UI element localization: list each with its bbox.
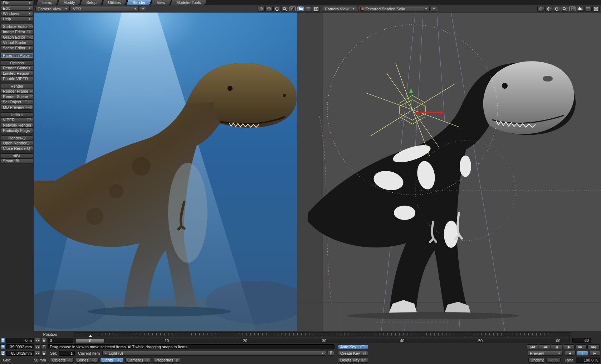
film-save-icon[interactable] — [313, 6, 320, 12]
image-editor-button[interactable]: Image EditorF6 — [1, 29, 33, 34]
z-value-field[interactable]: -65.0419mm — [6, 351, 34, 356]
pause-button[interactable]: || — [577, 351, 588, 356]
play-forward-button[interactable]: ▶ — [589, 351, 600, 356]
tab-utilities[interactable]: Utilities — [102, 0, 127, 5]
tab-view[interactable]: View — [150, 0, 171, 5]
delete-key-button[interactable]: Delete Keydel — [338, 358, 368, 363]
create-key-button[interactable]: Create Keyret — [338, 351, 368, 356]
preview-dropdown[interactable]: Preview▼ — [528, 351, 563, 356]
camera-icon[interactable] — [297, 6, 304, 12]
current-item-dropdown[interactable]: ✦Light (3)▼ — [102, 351, 326, 356]
move-view-icon[interactable] — [537, 6, 544, 12]
sel-object-button[interactable]: Sel ObjectF11 — [1, 99, 33, 104]
x-value-field[interactable]: 0 m — [6, 338, 34, 343]
tab-setup[interactable]: Setup — [80, 0, 103, 5]
y-nudge-control[interactable]: ◄► — [35, 344, 40, 349]
z-channel-toggle[interactable]: Z — [1, 351, 5, 356]
right-viewport-options-dropdown[interactable]: ▼ — [431, 6, 437, 11]
render-frame-button[interactable]: Render FrameF9 — [1, 89, 33, 94]
auto-key-button[interactable]: Auto Key+F1 — [338, 344, 368, 349]
maximize-viewport-icon[interactable] — [569, 6, 576, 12]
parent-in-place-button[interactable]: Parent in Place — [1, 53, 33, 58]
move-view-icon[interactable] — [258, 6, 265, 12]
scene-editor-button[interactable]: Scene Editor▼ — [1, 45, 33, 50]
tab-render[interactable]: Render — [126, 0, 151, 5]
cameras-mode-button[interactable]: Cameras+C — [125, 358, 151, 363]
left-viewport-options-dropdown[interactable]: ▼ — [140, 6, 146, 11]
virtual-studio-button[interactable]: Virtual Studio — [1, 40, 33, 45]
renderq-section-header: Render-Q — [1, 136, 33, 140]
camera-icon[interactable] — [577, 6, 584, 12]
go-to-start-button[interactable]: |◀◀ — [527, 344, 538, 349]
menu-lines-icon[interactable] — [585, 6, 592, 12]
start-frame-field[interactable]: 0 — [48, 338, 73, 343]
tab-modeler-tools[interactable]: Modeler Tools — [170, 0, 207, 5]
viper-button[interactable]: VIPERF7 — [1, 117, 33, 122]
left-render-mode-dropdown[interactable]: VPR▼ — [71, 6, 139, 11]
limited-region-button[interactable]: Limited Regionl — [1, 71, 33, 76]
rotate-view-icon[interactable] — [553, 6, 560, 12]
y-value-field[interactable]: 39.9992 mm — [6, 344, 34, 349]
bones-mode-button[interactable]: Bones+B — [75, 358, 99, 363]
z-nudge-control[interactable]: ◄► — [35, 351, 40, 356]
step-back-button[interactable]: ◀|| — [551, 344, 562, 349]
x-channel-toggle[interactable]: X — [1, 338, 5, 343]
frame-slider-handle[interactable]: 0 — [76, 339, 104, 343]
surface-editor-button[interactable]: Surface EditorF5 — [1, 24, 33, 29]
windows-menu[interactable]: Windows▼ — [1, 11, 33, 16]
edit-menu[interactable]: Edit▼ — [1, 6, 33, 11]
play-reverse-button[interactable]: ◀ — [564, 351, 576, 356]
graph-editor-button[interactable]: Graph Editor^F2 — [1, 35, 33, 40]
zoom-view-icon[interactable] — [561, 6, 568, 12]
lightwave-layout-window: File▼ Edit▼ Windows▼ Help▼ Surface Edito… — [0, 0, 601, 364]
lights-mode-button[interactable]: Lights+L — [100, 358, 124, 363]
maximize-viewport-icon[interactable] — [289, 6, 296, 12]
redo-button[interactable]: Redo — [546, 358, 561, 363]
open-renderq-button[interactable]: Open RenderQ — [1, 141, 33, 146]
network-render-button[interactable]: Network Render — [1, 123, 33, 128]
render-scene-button[interactable]: Render SceneF10 — [1, 94, 33, 99]
timeline-ruler[interactable] — [74, 332, 570, 337]
x-nudge-control[interactable]: ◄► — [35, 338, 40, 343]
opengl-scene — [297, 13, 601, 331]
right-render-mode-dropdown[interactable]: TTextured Shaded Solid▼ — [358, 6, 430, 11]
film-save-icon[interactable] — [592, 6, 600, 12]
menu-lines-icon[interactable] — [305, 6, 312, 12]
render-globals-button[interactable]: Render Globals — [1, 65, 33, 70]
rate-value-field[interactable]: 100.0 % — [576, 358, 600, 363]
frame-slider[interactable]: 0 10 20 30 40 50 60 — [74, 338, 570, 343]
left-view-mode-dropdown[interactable]: Camera View▼ — [35, 6, 70, 11]
step-forward-button[interactable]: ||▶ — [563, 344, 575, 349]
chevron-down-icon: ▼ — [558, 352, 561, 355]
z-envelope-button[interactable]: E — [41, 351, 47, 356]
zoom-view-icon[interactable] — [281, 6, 288, 12]
item-properties-mini-button[interactable] — [328, 351, 334, 356]
go-to-end-button[interactable]: ▶▶| — [587, 344, 600, 349]
objects-mode-button[interactable]: Objects+O — [50, 358, 74, 363]
end-frame-field[interactable]: 60 — [572, 338, 591, 343]
vpr-viewport-canvas[interactable] — [34, 13, 297, 331]
pan-view-icon[interactable] — [265, 6, 273, 12]
chevron-down-icon: ▼ — [28, 1, 31, 5]
smart-ibl-button[interactable]: Smart IBL — [1, 158, 33, 163]
tab-items[interactable]: Items — [36, 0, 58, 5]
radiosity-flags-button[interactable]: Radiosity Flags — [1, 128, 33, 133]
properties-button[interactable]: Propertiesp — [153, 358, 180, 363]
y-envelope-button[interactable]: E — [41, 344, 47, 349]
pan-view-icon[interactable] — [545, 6, 552, 12]
file-menu[interactable]: File▼ — [1, 0, 33, 5]
prev-key-button[interactable]: +◀◀ — [539, 344, 550, 349]
y-channel-toggle[interactable]: Y — [1, 344, 5, 349]
right-view-mode-dropdown[interactable]: Camera View▼ — [323, 6, 357, 11]
tab-modify[interactable]: Modify — [57, 0, 81, 5]
position-group-label[interactable]: Position — [25, 332, 75, 336]
next-key-button[interactable]: ▶▶+ — [575, 344, 587, 349]
help-menu[interactable]: Help▼ — [1, 16, 33, 21]
close-renderq-button[interactable]: Close RenderQ — [1, 146, 33, 151]
enable-viper-button[interactable]: Enable VIPER — [1, 76, 33, 81]
undo-button[interactable]: Undo^Z — [528, 358, 545, 363]
opengl-viewport-canvas[interactable] — [297, 13, 601, 331]
mb-preview-button[interactable]: MB Preview+F9 — [1, 105, 33, 110]
rotate-view-icon[interactable] — [273, 6, 280, 12]
x-envelope-button[interactable]: E — [41, 338, 47, 343]
